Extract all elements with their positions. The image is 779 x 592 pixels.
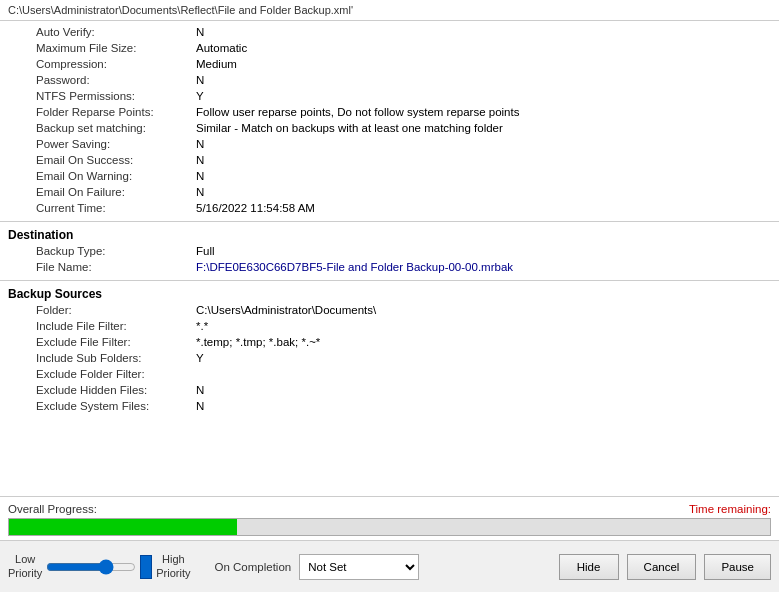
row-exclude-folder-filter: Exclude Folder Filter:	[8, 367, 771, 383]
label-auto-verify: Auto Verify:	[36, 26, 196, 38]
destination-header: Destination	[0, 221, 779, 244]
value-max-file-size: Automatic	[196, 42, 771, 54]
label-include-sub-folders: Include Sub Folders:	[36, 352, 196, 364]
row-folder: Folder: C:\Users\Administrator\Documents…	[8, 303, 771, 319]
cancel-button[interactable]: Cancel	[627, 554, 697, 580]
priority-slider[interactable]	[46, 557, 136, 577]
time-remaining-label: Time remaining:	[689, 503, 771, 515]
row-max-file-size: Maximum File Size: Automatic	[8, 41, 771, 57]
value-email-warning: N	[196, 170, 771, 182]
priority-indicator	[140, 555, 152, 579]
on-completion-dropdown[interactable]: Not Set Shutdown Hibernate Sleep	[299, 554, 419, 580]
row-include-sub-folders: Include Sub Folders: Y	[8, 351, 771, 367]
label-folder: Folder:	[36, 304, 196, 316]
backup-sources-table: Folder: C:\Users\Administrator\Documents…	[0, 303, 779, 415]
on-completion-label: On Completion	[214, 561, 291, 573]
label-backup-type: Backup Type:	[36, 245, 196, 257]
value-exclude-system-files: N	[196, 400, 771, 412]
row-auto-verify: Auto Verify: N	[8, 25, 771, 41]
label-exclude-hidden-files: Exclude Hidden Files:	[36, 384, 196, 396]
value-exclude-hidden-files: N	[196, 384, 771, 396]
progress-bar-container	[8, 518, 771, 536]
value-auto-verify: N	[196, 26, 771, 38]
label-max-file-size: Maximum File Size:	[36, 42, 196, 54]
title-bar: C:\Users\Administrator\Documents\Reflect…	[0, 0, 779, 21]
row-include-file-filter: Include File Filter: *.*	[8, 319, 771, 335]
row-exclude-file-filter: Exclude File Filter: *.temp; *.tmp; *.ba…	[8, 335, 771, 351]
row-exclude-hidden-files: Exclude Hidden Files: N	[8, 383, 771, 399]
label-compression: Compression:	[36, 58, 196, 70]
value-file-name: F:\DFE0E630C66D7BF5-File and Folder Back…	[196, 261, 771, 273]
pause-button[interactable]: Pause	[704, 554, 771, 580]
label-current-time: Current Time:	[36, 202, 196, 214]
title-text: C:\Users\Administrator\Documents\Reflect…	[8, 4, 353, 16]
label-exclude-system-files: Exclude System Files:	[36, 400, 196, 412]
label-exclude-file-filter: Exclude File Filter:	[36, 336, 196, 348]
value-folder-reparse: Follow user reparse points, Do not follo…	[196, 106, 771, 118]
row-power-saving: Power Saving: N	[8, 137, 771, 153]
destination-table: Backup Type: Full File Name: F:\DFE0E630…	[0, 244, 779, 276]
row-password: Password: N	[8, 73, 771, 89]
row-compression: Compression: Medium	[8, 57, 771, 73]
bottom-toolbar: Low Priority High Priority On Completion…	[0, 540, 779, 592]
value-email-success: N	[196, 154, 771, 166]
value-backup-set: Similar - Match on backups with at least…	[196, 122, 771, 134]
label-exclude-folder-filter: Exclude Folder Filter:	[36, 368, 196, 380]
value-exclude-file-filter: *.temp; *.tmp; *.bak; *.~*	[196, 336, 771, 348]
main-content: Auto Verify: N Maximum File Size: Automa…	[0, 21, 779, 592]
value-backup-type: Full	[196, 245, 771, 257]
value-ntfs: Y	[196, 90, 771, 102]
label-password: Password:	[36, 74, 196, 86]
row-backup-set: Backup set matching: Similar - Match on …	[8, 121, 771, 137]
row-exclude-system-files: Exclude System Files: N	[8, 399, 771, 415]
row-current-time: Current Time: 5/16/2022 11:54:58 AM	[8, 201, 771, 217]
overall-progress-label: Overall Progress:	[8, 503, 97, 515]
label-ntfs: NTFS Permissions:	[36, 90, 196, 102]
label-folder-reparse: Folder Reparse Points:	[36, 106, 196, 118]
label-include-file-filter: Include File Filter:	[36, 320, 196, 332]
info-table: Auto Verify: N Maximum File Size: Automa…	[0, 25, 779, 217]
row-file-name: File Name: F:\DFE0E630C66D7BF5-File and …	[8, 260, 771, 276]
high-priority-label: High Priority	[156, 553, 190, 579]
value-power-saving: N	[196, 138, 771, 150]
label-email-failure: Email On Failure:	[36, 186, 196, 198]
priority-slider-container	[46, 555, 152, 579]
backup-sources-header: Backup Sources	[0, 280, 779, 303]
scroll-area[interactable]: Auto Verify: N Maximum File Size: Automa…	[0, 21, 779, 496]
value-current-time: 5/16/2022 11:54:58 AM	[196, 202, 771, 214]
row-email-failure: Email On Failure: N	[8, 185, 771, 201]
label-file-name: File Name:	[36, 261, 196, 273]
priority-section: Low Priority High Priority	[8, 553, 190, 579]
progress-bar-fill	[9, 519, 237, 535]
row-folder-reparse: Folder Reparse Points: Follow user repar…	[8, 105, 771, 121]
row-email-success: Email On Success: N	[8, 153, 771, 169]
value-include-sub-folders: Y	[196, 352, 771, 364]
value-include-file-filter: *.*	[196, 320, 771, 332]
label-backup-set: Backup set matching:	[36, 122, 196, 134]
value-email-failure: N	[196, 186, 771, 198]
label-email-success: Email On Success:	[36, 154, 196, 166]
hide-button[interactable]: Hide	[559, 554, 619, 580]
progress-area: Overall Progress: Time remaining:	[0, 496, 779, 540]
value-password: N	[196, 74, 771, 86]
value-folder: C:\Users\Administrator\Documents\	[196, 304, 771, 316]
label-power-saving: Power Saving:	[36, 138, 196, 150]
value-compression: Medium	[196, 58, 771, 70]
label-email-warning: Email On Warning:	[36, 170, 196, 182]
row-ntfs: NTFS Permissions: Y	[8, 89, 771, 105]
row-email-warning: Email On Warning: N	[8, 169, 771, 185]
row-backup-type: Backup Type: Full	[8, 244, 771, 260]
progress-label-row: Overall Progress: Time remaining:	[8, 503, 771, 515]
low-priority-label: Low Priority	[8, 553, 42, 579]
